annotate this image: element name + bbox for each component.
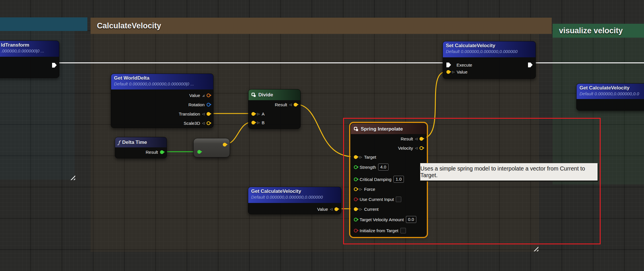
comment-header-left[interactable]	[0, 17, 87, 31]
node-world-transform[interactable]: ldTransform .000000,0.000000|0 ...	[0, 41, 59, 78]
pin-label-value: Value	[317, 207, 328, 212]
node-subtitle: Default 0.000000,0.000000,0.000000	[251, 195, 338, 199]
fx-icon: ƒ	[118, 140, 120, 145]
expand-struct-icon[interactable]: ◁	[202, 122, 205, 125]
node-get-calculate-velocity-mid[interactable]: Get CalculateVelocity Default 0.000000,0…	[248, 187, 341, 214]
node-title: ldTransform	[1, 42, 56, 48]
comment-title-visualize-velocity: visualize velocity	[559, 26, 623, 35]
tooltip-text: Uses a simple spring model to interpolat…	[420, 165, 597, 179]
node-conversion[interactable]	[193, 138, 230, 158]
comment-title-calculate-velocity: CalculateVelocity	[97, 21, 161, 30]
node-subtitle: Default 0.000000,0.000000,0.0	[579, 91, 644, 96]
translation-pin[interactable]	[207, 112, 210, 116]
pin-label-a: A	[262, 111, 264, 116]
result-pin[interactable]	[160, 150, 164, 154]
pin-label-value: Value	[189, 93, 200, 98]
pin-label-execute: Execute	[457, 63, 472, 67]
expand-struct-icon[interactable]: ◁	[289, 103, 292, 106]
node-subtitle: Default 0.000000,0.000000,0.000000|0 ...	[114, 81, 210, 86]
function-icon	[251, 93, 256, 97]
node-header-get-world-delta[interactable]: Get WorldDelta Default 0.000000,0.000000…	[111, 74, 213, 89]
node-divide[interactable]: Divide Result ◁ ▷ A ▷ B	[248, 89, 301, 129]
node-title: Delta Time	[122, 140, 147, 145]
node-title: Set CalculateVelocity	[446, 43, 533, 49]
node-delta-time[interactable]: ƒ Delta Time Result	[115, 137, 167, 158]
pin-label-scale3d: Scale3D	[184, 121, 200, 126]
pin-label-b: B	[262, 120, 264, 125]
conversion-in-pin[interactable]	[197, 150, 201, 154]
node-header-delta-time[interactable]: ƒ Delta Time	[115, 137, 167, 147]
a-pin[interactable]	[251, 112, 255, 116]
pin-label-value: Value	[457, 69, 467, 74]
comment-header-calculate-velocity[interactable]: CalculateVelocity	[91, 18, 552, 34]
pin-label-translation: Translation	[179, 111, 200, 116]
comment-header-visualize-velocity[interactable]: visualize velocity	[553, 24, 644, 38]
expand-struct-icon[interactable]: ▷	[257, 121, 260, 124]
node-set-calculate-velocity[interactable]: Set CalculateVelocity Default 0.000000,0…	[443, 41, 536, 79]
pin-label-result: Result	[275, 102, 287, 107]
node-title: Get CalculateVelocity	[579, 85, 644, 91]
rotation-pin[interactable]	[207, 103, 210, 107]
value-pin[interactable]	[207, 94, 210, 97]
node-header-set-calculate-velocity[interactable]: Set CalculateVelocity Default 0.000000,0…	[443, 41, 536, 57]
exec-in-pin[interactable]	[446, 63, 451, 67]
expand-struct-icon[interactable]: ▷	[452, 70, 455, 74]
node-get-world-delta[interactable]: Get WorldDelta Default 0.000000,0.000000…	[111, 74, 214, 128]
expand-struct-icon[interactable]: ▷	[257, 112, 260, 116]
node-header-divide[interactable]: Divide	[249, 89, 300, 100]
tooltip: Uses a simple spring model to interpolat…	[420, 163, 598, 181]
scale3d-pin[interactable]	[207, 121, 210, 125]
b-pin[interactable]	[251, 121, 255, 124]
pin-label-rotation: Rotation	[188, 102, 205, 107]
node-header-world-transform[interactable]: ldTransform .000000,0.000000|0 ...	[0, 41, 59, 57]
blueprint-graph-canvas[interactable]: CalculateVelocity visualize velocity ldT…	[0, 0, 644, 271]
red-highlight-rectangle	[343, 118, 601, 244]
node-title: Divide	[258, 92, 273, 98]
expand-struct-icon[interactable]: ◁	[202, 112, 205, 116]
conversion-out-pin[interactable]	[223, 143, 227, 147]
node-header-get-calculate-velocity[interactable]: Get CalculateVelocity Default 0.000000,0…	[248, 187, 341, 203]
node-subtitle: Default 0.000000,0.000000,0.000000	[446, 49, 533, 54]
expand-struct-icon[interactable]: ◁	[330, 208, 332, 211]
node-get-calculate-velocity-right[interactable]: Get CalculateVelocity Default 0.000000,0…	[576, 83, 644, 111]
exec-out-pin[interactable]	[52, 63, 57, 68]
value-pin[interactable]	[334, 207, 338, 211]
exec-out-pin[interactable]	[528, 63, 533, 67]
node-title: Get CalculateVelocity	[251, 188, 338, 194]
node-subtitle: .000000,0.000000|0 ...	[1, 48, 56, 53]
node-title: Get WorldDelta	[114, 75, 210, 81]
result-pin[interactable]	[294, 103, 297, 107]
pin-label-result: Result	[146, 150, 158, 155]
node-header-get-calculate-velocity-right[interactable]: Get CalculateVelocity Default 0.000000,0…	[577, 84, 644, 99]
value-pin[interactable]	[446, 70, 450, 74]
value-marker-icon: ◢	[202, 94, 205, 97]
